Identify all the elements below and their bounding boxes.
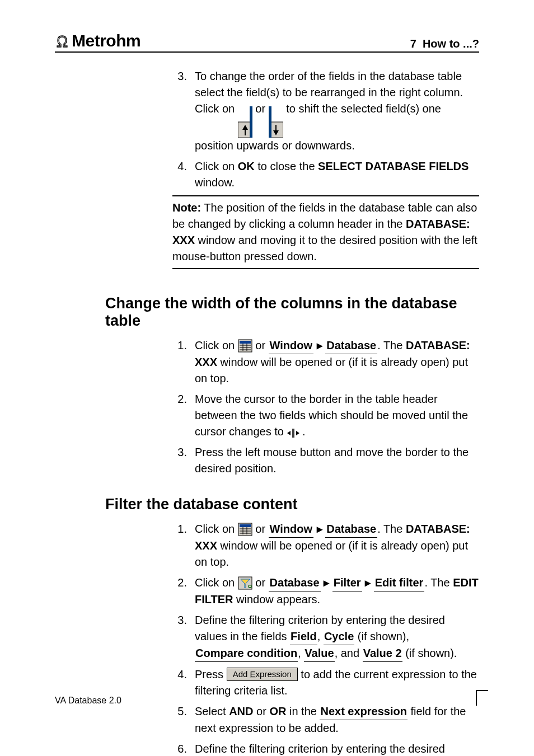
steps-block-a: 3. To change the order of the fields in … [172,68,479,191]
section-filter-title: Filter the database content [55,496,479,513]
brand-text: Metrohm [72,31,140,50]
step-4: 4. Click on OK to close the SELECT DATAB… [172,158,479,191]
svg-rect-1 [250,106,252,138]
brand-logo: Metrohm [55,31,140,50]
note-block: Note: The position of the fields in the … [172,195,479,269]
database-window-icon [238,339,252,353]
arrow-down-button-icon [269,106,283,138]
step-3: 3. To change the order of the fields in … [172,68,479,154]
page-footer: VA Database 2.0 185 [55,690,488,706]
page-header: Metrohm 7 How to ...? [55,31,479,53]
footer-left: VA Database 2.0 [55,696,121,706]
page-number: 185 [455,696,470,706]
steps-block-b: 1. Click on or [172,337,479,477]
step-c2: 2. Click on Ω or Database ▸ Filter ▸ Edi… [172,575,479,608]
step-c1: 1. Click on or [172,521,479,570]
step-c5: 5. Select AND or OR in the Next expressi… [172,703,479,736]
arrow-up-button-icon [238,106,252,138]
step-b1: 1. Click on or [172,337,479,387]
svg-rect-5 [240,341,251,344]
step-b2: 2. Move the cursor to the border in the … [172,391,479,440]
omega-icon [55,34,69,51]
step-c3: 3. Define the filtering criterion by ent… [172,612,479,662]
section-change-width-title: Change the width of the columns in the d… [55,295,479,330]
page-corner-mark [476,690,488,706]
chapter-label: 7 How to ...? [410,37,479,50]
column-resize-cursor-icon [287,425,303,438]
add-expression-button-icon: Add Expression [227,668,298,681]
step-c6: 6. Define the filtering criterion by ent… [172,741,479,756]
svg-text:Ω: Ω [248,584,252,589]
step-b3: 3. Press the left mouse button and move … [172,444,479,477]
database-window-icon [238,522,252,537]
steps-block-c: 1. Click on or [172,521,479,756]
filter-icon: Ω [238,576,252,590]
svg-rect-3 [269,106,271,138]
svg-rect-14 [240,524,251,527]
